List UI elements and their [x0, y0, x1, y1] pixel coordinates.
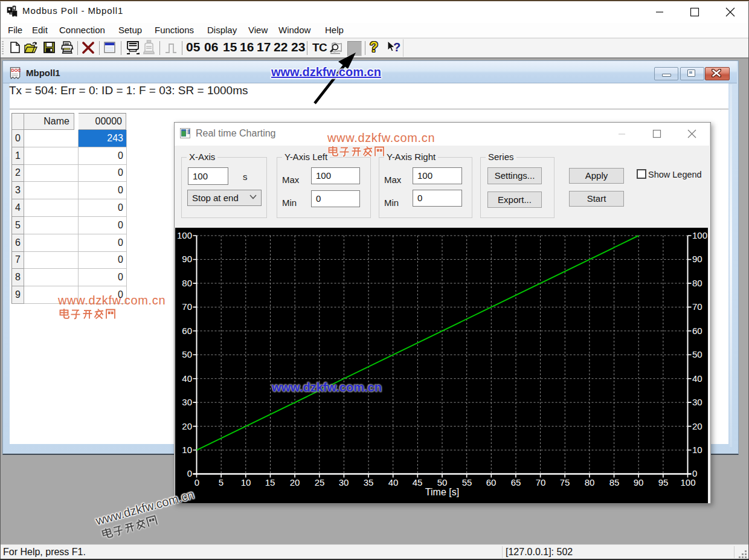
svg-text:0: 0 [187, 468, 192, 478]
svg-text:40: 40 [182, 373, 192, 384]
svg-text:30: 30 [182, 397, 192, 407]
svg-text:55: 55 [462, 477, 472, 488]
svg-text:85: 85 [609, 477, 620, 488]
svg-text:100: 100 [680, 477, 695, 488]
svg-text:15: 15 [265, 477, 275, 488]
svg-text:30: 30 [692, 397, 702, 407]
svg-text:80: 80 [585, 477, 595, 488]
svg-text:100: 100 [692, 230, 707, 240]
svg-text:90: 90 [634, 477, 644, 488]
svg-text:75: 75 [560, 477, 570, 488]
svg-text:45: 45 [413, 477, 423, 488]
svg-text:80: 80 [692, 278, 702, 288]
svg-text:30: 30 [339, 477, 349, 488]
svg-text:70: 70 [182, 301, 192, 312]
svg-text:20: 20 [692, 421, 702, 431]
svg-text:90: 90 [692, 254, 702, 264]
svg-text:25: 25 [315, 477, 325, 488]
svg-text:10: 10 [692, 445, 702, 455]
svg-text:10: 10 [241, 477, 251, 488]
svg-text:40: 40 [388, 477, 399, 488]
svg-text:Time [s]: Time [s] [425, 487, 459, 497]
svg-text:95: 95 [658, 477, 669, 488]
svg-text:70: 70 [692, 301, 702, 312]
svg-text:20: 20 [290, 477, 300, 488]
svg-text:60: 60 [182, 326, 192, 336]
svg-text:20: 20 [182, 421, 192, 431]
svg-text:50: 50 [182, 349, 192, 359]
svg-text:50: 50 [437, 477, 448, 488]
svg-text:40: 40 [692, 373, 702, 384]
svg-text:10: 10 [182, 445, 192, 455]
svg-text:100: 100 [177, 230, 192, 240]
svg-text:80: 80 [182, 278, 192, 288]
svg-text:60: 60 [486, 477, 497, 488]
svg-text:60: 60 [692, 326, 702, 336]
svg-text:90: 90 [182, 254, 192, 264]
svg-text:70: 70 [536, 477, 546, 488]
svg-text:DOC: DOC [11, 68, 21, 73]
svg-text:35: 35 [364, 477, 374, 488]
svg-text:65: 65 [511, 477, 521, 488]
svg-text:?: ? [393, 40, 400, 54]
svg-text:50: 50 [692, 349, 702, 359]
